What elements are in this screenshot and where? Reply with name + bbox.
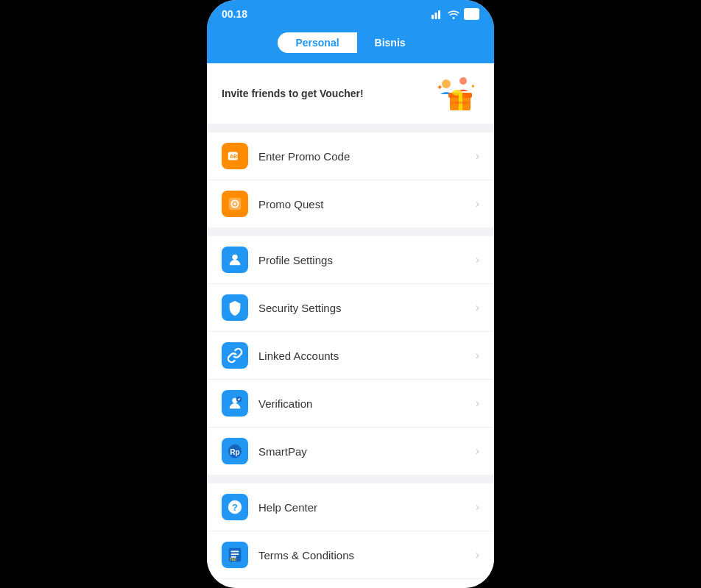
promo-quest-label: Promo Quest [258, 198, 476, 210]
phone-frame: 00.18 89 Personal Bisnis Invite friends … [207, 0, 494, 588]
promo-quest-icon-bg [222, 191, 248, 217]
shield-check-icon [227, 300, 243, 316]
promo-code-icon: ABC [222, 143, 248, 169]
svg-text:Rp: Rp [230, 448, 239, 456]
menu-item-promo-quest[interactable]: Promo Quest › [207, 180, 494, 227]
svg-text:✦: ✦ [437, 83, 443, 91]
gift-svg: ✦ ✦ [435, 75, 479, 112]
profile-settings-icon-bg [222, 247, 248, 273]
menu-item-profile-settings[interactable]: Profile Settings › [207, 236, 494, 284]
svg-rect-27 [231, 553, 239, 555]
menu-item-smartpay[interactable]: Rp SmartPay › [207, 428, 494, 475]
chevron-promo-quest: › [476, 197, 479, 210]
security-settings-label: Security Settings [258, 302, 476, 314]
profile-settings-label: Profile Settings [258, 254, 476, 266]
svg-rect-2 [438, 10, 440, 19]
svg-point-4 [459, 77, 467, 85]
quest-icon [227, 196, 243, 212]
menu-item-privacy-policy[interactable]: i Privacy Policy › [207, 579, 494, 588]
tab-bisnis[interactable]: Bisnis [357, 32, 423, 53]
menu-item-security-settings[interactable]: Security Settings › [207, 284, 494, 332]
terms-conditions-label: Terms & Conditions [258, 549, 476, 562]
content: Invite friends to get Voucher! [207, 63, 494, 588]
verified-person-icon [227, 395, 243, 411]
svg-rect-1 [434, 13, 437, 19]
linked-accounts-label: Linked Accounts [258, 350, 476, 362]
svg-rect-26 [231, 551, 239, 553]
menu-item-verification[interactable]: Verification › [207, 380, 494, 428]
chevron-security: › [476, 301, 479, 314]
support-group: ? Help Center › T&C Terms & Condition [207, 483, 494, 588]
status-time: 00.18 [222, 8, 247, 20]
smartpay-icon-bg: Rp [222, 438, 248, 464]
svg-text:T&C: T&C [230, 558, 237, 562]
status-bar: 00.18 89 [207, 0, 494, 26]
svg-point-17 [233, 202, 236, 205]
svg-rect-8 [448, 95, 472, 98]
signal-icon [431, 9, 443, 19]
settings-group: Profile Settings › Security Settings › [207, 236, 494, 475]
link-icon [227, 347, 243, 364]
chevron-terms: › [476, 548, 479, 562]
chevron-linked: › [476, 349, 479, 362]
battery-icon: 89 [464, 8, 479, 20]
menu-item-terms-conditions[interactable]: T&C Terms & Conditions › [207, 531, 494, 579]
help-center-label: Help Center [258, 501, 476, 514]
menu-item-help-center[interactable]: ? Help Center › [207, 483, 494, 531]
chevron-smartpay: › [476, 444, 479, 458]
invite-text: Invite friends to get Voucher! [222, 88, 364, 99]
rupiah-icon: Rp [227, 443, 243, 459]
svg-text:?: ? [232, 502, 238, 513]
verification-label: Verification [258, 397, 476, 410]
document-icon: T&C [227, 547, 243, 563]
svg-rect-10 [450, 102, 471, 104]
svg-text:ABC: ABC [230, 153, 242, 160]
chevron-verification: › [476, 397, 479, 410]
tag-icon: ABC [227, 148, 243, 164]
help-circle-icon: ? [227, 499, 243, 515]
enter-promo-label: Enter Promo Code [258, 150, 476, 163]
terms-icon-bg: T&C [222, 542, 248, 568]
verification-icon-bg [222, 390, 248, 417]
header-tabs: Personal Bisnis [207, 26, 494, 63]
menu-item-enter-promo[interactable]: ABC Enter Promo Code › [207, 132, 494, 180]
chevron-help: › [476, 500, 479, 514]
menu-item-linked-accounts[interactable]: Linked Accounts › [207, 332, 494, 380]
svg-text:✦: ✦ [471, 83, 476, 90]
invite-illustration: ✦ ✦ [435, 75, 479, 112]
linked-accounts-icon-bg [222, 342, 248, 369]
invite-banner[interactable]: Invite friends to get Voucher! [207, 63, 494, 124]
status-icons: 89 [431, 8, 479, 20]
chevron-profile: › [476, 253, 479, 266]
svg-point-3 [442, 79, 451, 88]
help-center-icon-bg: ? [222, 494, 248, 520]
chevron-enter-promo: › [476, 149, 479, 163]
security-settings-icon-bg [222, 294, 248, 321]
svg-point-9 [452, 90, 462, 96]
wifi-icon [447, 9, 460, 19]
promo-group: ABC Enter Promo Code › Promo Quest › [207, 132, 494, 227]
tab-personal[interactable]: Personal [278, 32, 356, 53]
svg-point-18 [232, 255, 237, 260]
person-icon [227, 252, 243, 268]
smartpay-label: SmartPay [258, 445, 476, 458]
svg-rect-0 [431, 15, 434, 19]
